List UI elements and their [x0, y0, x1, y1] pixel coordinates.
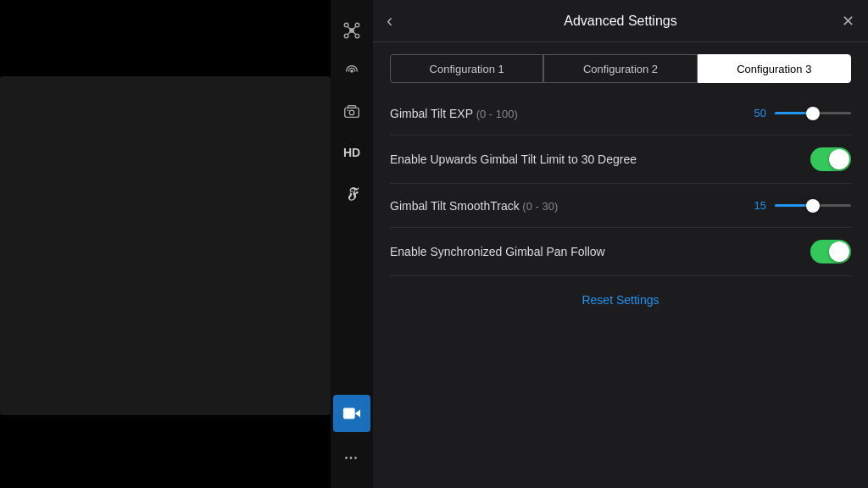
- gimbal-tilt-smoothtrack-right: 15: [749, 199, 851, 212]
- tab-config2[interactable]: Configuration 2: [543, 54, 697, 83]
- style-label: 𝔉: [347, 185, 357, 202]
- toggle-knob-pan: [829, 241, 849, 262]
- svg-point-3: [355, 34, 359, 38]
- setting-gimbal-tilt-smoothtrack: Gimbal Tilt SmoothTrack (0 - 30) 15: [390, 184, 851, 228]
- right-panel: ‹ Advanced Settings ✕ Configuration 1 Co…: [373, 0, 868, 488]
- svg-point-12: [349, 110, 354, 115]
- setting-upwards-gimbal-tilt: Enable Upwards Gimbal Tilt Limit to 30 D…: [390, 136, 851, 184]
- setting-synchronized-gimbal-pan: Enable Synchronized Gimbal Pan Follow: [390, 228, 851, 276]
- slider-thumb-smooth[interactable]: [806, 199, 820, 213]
- svg-rect-8: [349, 28, 354, 33]
- gimbal-tilt-smoothtrack-value: 15: [749, 199, 766, 212]
- synchronized-gimbal-pan-toggle[interactable]: [810, 240, 851, 263]
- tabs-row: Configuration 1 Configuration 2 Configur…: [373, 42, 868, 83]
- svg-point-1: [355, 23, 359, 27]
- camera-view: [0, 76, 331, 415]
- reset-button[interactable]: Reset Settings: [581, 293, 659, 307]
- gimbal-tilt-smoothtrack-label: Gimbal Tilt SmoothTrack (0 - 30): [390, 199, 749, 213]
- svg-point-9: [350, 69, 353, 73]
- back-icon: ‹: [387, 10, 392, 32]
- svg-rect-10: [345, 108, 359, 117]
- gimbal-tilt-exp-value: 50: [749, 107, 766, 119]
- svg-rect-14: [343, 408, 355, 419]
- gimbal-tilt-exp-slider[interactable]: [775, 112, 851, 114]
- settings-content: Gimbal Tilt EXP (0 - 100) 50 Enable Upwa…: [373, 83, 868, 488]
- hd-label: HD: [343, 146, 360, 159]
- slider-thumb[interactable]: [806, 107, 820, 120]
- close-button[interactable]: ✕: [842, 12, 854, 30]
- more-dots: •••: [345, 453, 359, 463]
- upwards-gimbal-tilt-right: [810, 147, 851, 171]
- close-icon: ✕: [842, 12, 854, 30]
- synchronized-gimbal-pan-right: [810, 240, 851, 263]
- gimbal-tilt-smoothtrack-slider[interactable]: [775, 204, 851, 207]
- tab-config3[interactable]: Configuration 3: [698, 54, 851, 83]
- upwards-gimbal-tilt-label: Enable Upwards Gimbal Tilt Limit to 30 D…: [390, 152, 810, 166]
- more-icon[interactable]: •••: [333, 435, 370, 473]
- toggle-knob: [829, 149, 849, 169]
- svg-point-2: [344, 34, 348, 38]
- synchronized-gimbal-pan-label: Enable Synchronized Gimbal Pan Follow: [390, 245, 810, 258]
- camera-icon[interactable]: [333, 395, 370, 432]
- gimbal-tilt-exp-right: 50: [749, 107, 851, 119]
- panel-title: Advanced Settings: [564, 14, 676, 29]
- drone-icon[interactable]: [333, 12, 370, 49]
- style-icon[interactable]: 𝔉: [333, 175, 370, 212]
- gimbal-tilt-exp-label: Gimbal Tilt EXP (0 - 100): [390, 107, 749, 120]
- camera-settings-icon[interactable]: [333, 93, 370, 130]
- svg-rect-11: [348, 106, 355, 108]
- hd-icon[interactable]: HD: [333, 134, 370, 171]
- panel-header: ‹ Advanced Settings ✕: [373, 0, 868, 42]
- back-button[interactable]: ‹: [387, 10, 392, 32]
- svg-point-13: [348, 109, 349, 111]
- upwards-gimbal-tilt-toggle[interactable]: [810, 147, 851, 171]
- reset-row: Reset Settings: [390, 276, 851, 324]
- sidebar-icons: HD 𝔉 •••: [331, 0, 373, 488]
- svg-point-0: [344, 23, 348, 27]
- left-panel: HD 𝔉 •••: [0, 0, 373, 488]
- signal-icon[interactable]: [333, 53, 370, 90]
- tab-config1[interactable]: Configuration 1: [390, 54, 543, 83]
- setting-gimbal-tilt-exp: Gimbal Tilt EXP (0 - 100) 50: [390, 92, 851, 136]
